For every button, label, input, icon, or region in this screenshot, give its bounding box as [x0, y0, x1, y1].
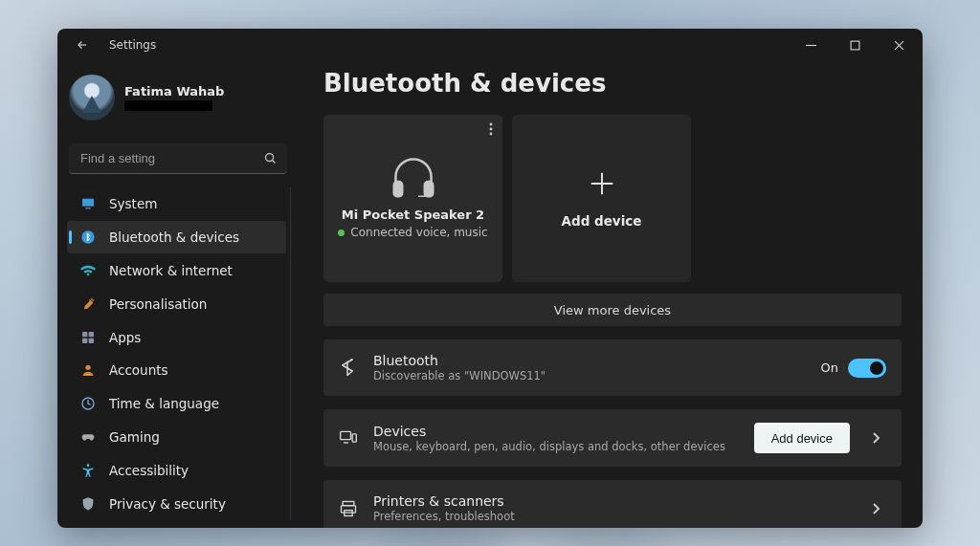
- close-button[interactable]: [877, 31, 921, 59]
- svg-rect-7: [82, 338, 87, 342]
- toggle-state-label: On: [821, 360, 838, 375]
- nav-label: Network & internet: [109, 263, 233, 278]
- nav-label: Personalisation: [109, 296, 207, 312]
- maximize-button[interactable]: [833, 31, 877, 59]
- add-device-button[interactable]: Add device: [754, 423, 850, 453]
- nav-label: Time & language: [109, 396, 219, 411]
- sidebar-item-network[interactable]: Network & internet: [67, 254, 286, 287]
- search-wrap: [69, 143, 287, 174]
- bluetooth-subtitle: Discoverable as "WINDOWS11": [373, 369, 806, 382]
- svg-rect-5: [82, 332, 87, 337]
- accessibility-icon: [80, 463, 96, 478]
- paintbrush-icon: [80, 296, 96, 312]
- gamepad-icon: [80, 429, 96, 445]
- back-arrow-icon: [76, 38, 89, 52]
- svg-rect-6: [89, 332, 94, 337]
- clock-globe-icon: [80, 396, 96, 411]
- bluetooth-toggle[interactable]: [848, 359, 886, 378]
- minimize-button[interactable]: [789, 31, 833, 59]
- svg-rect-3: [85, 207, 90, 208]
- bluetooth-icon: [339, 359, 358, 378]
- sidebar: Fatima Wahab System Bluetooth & devices: [57, 61, 297, 528]
- sidebar-item-apps[interactable]: Apps: [67, 321, 286, 354]
- wifi-icon: [80, 263, 96, 278]
- nav-label: Gaming: [109, 429, 160, 445]
- sidebar-item-system[interactable]: System: [67, 187, 286, 220]
- sidebar-item-gaming[interactable]: Gaming: [67, 421, 286, 453]
- maximize-icon: [850, 40, 860, 51]
- nav-list: System Bluetooth & devices Network & int…: [67, 187, 291, 520]
- device-card-menu-button[interactable]: [489, 122, 493, 139]
- nav-label: Accounts: [109, 362, 168, 378]
- person-icon: [80, 362, 96, 378]
- profile-name: Fatima Wahab: [124, 84, 224, 98]
- add-device-label: Add device: [562, 213, 642, 229]
- window-title: Settings: [109, 38, 156, 52]
- nav-label: Accessibility: [109, 463, 189, 478]
- nav-label: Privacy & security: [109, 496, 226, 512]
- sidebar-item-accounts[interactable]: Accounts: [67, 355, 286, 387]
- svg-rect-18: [352, 434, 356, 442]
- profile-email-redacted: [124, 100, 212, 111]
- sidebar-item-time[interactable]: Time & language: [67, 387, 286, 420]
- svg-rect-15: [393, 182, 401, 196]
- bluetooth-title: Bluetooth: [373, 353, 806, 368]
- plus-icon: [588, 169, 616, 198]
- apps-icon: [80, 330, 96, 345]
- svg-rect-0: [851, 41, 859, 50]
- settings-window: Settings Fatima Wahab: [57, 29, 923, 528]
- headphones-icon: [388, 154, 439, 200]
- device-cards-row: Mi Pocket Speaker 2 Connected voice, mus…: [323, 115, 902, 282]
- avatar: [69, 75, 115, 120]
- sidebar-item-bluetooth[interactable]: Bluetooth & devices: [67, 221, 286, 253]
- svg-point-12: [490, 123, 493, 126]
- device-status: Connected voice, music: [350, 226, 487, 239]
- sidebar-item-personalisation[interactable]: Personalisation: [67, 288, 286, 320]
- chevron-right-icon: [865, 431, 886, 445]
- sidebar-item-privacy[interactable]: Privacy & security: [67, 488, 286, 520]
- printers-subtitle: Preferences, troubleshoot: [373, 510, 850, 523]
- printer-icon: [339, 499, 358, 518]
- bluetooth-toggle-row: Bluetooth Discoverable as "WINDOWS11" On: [323, 339, 902, 396]
- devices-subtitle: Mouse, keyboard, pen, audio, displays an…: [373, 440, 739, 453]
- window-controls: [789, 31, 921, 59]
- device-name: Mi Pocket Speaker 2: [342, 207, 484, 222]
- nav-label: System: [109, 196, 157, 211]
- devices-row[interactable]: Devices Mouse, keyboard, pen, audio, dis…: [323, 409, 902, 467]
- device-status-row: Connected voice, music: [338, 226, 487, 239]
- chevron-right-icon: [865, 502, 886, 515]
- devices-icon: [339, 428, 358, 448]
- profile-block[interactable]: Fatima Wahab: [67, 69, 291, 134]
- bluetooth-icon: [80, 229, 96, 245]
- add-device-card[interactable]: Add device: [512, 115, 691, 282]
- more-bar-label: View more devices: [554, 303, 671, 317]
- close-icon: [894, 40, 904, 51]
- system-icon: [80, 196, 96, 211]
- back-button[interactable]: [69, 32, 96, 58]
- devices-title: Devices: [373, 424, 739, 439]
- view-more-devices-button[interactable]: View more devices: [323, 294, 902, 326]
- svg-point-13: [490, 128, 493, 131]
- device-card[interactable]: Mi Pocket Speaker 2 Connected voice, mus…: [323, 115, 502, 282]
- shield-icon: [80, 496, 96, 512]
- page-title: Bluetooth & devices: [323, 69, 902, 98]
- svg-point-14: [490, 133, 493, 136]
- search-input[interactable]: [69, 143, 287, 174]
- svg-rect-2: [82, 199, 94, 207]
- more-vertical-icon: [489, 122, 493, 136]
- svg-rect-8: [89, 338, 94, 342]
- printers-title: Printers & scanners: [373, 493, 850, 509]
- titlebar: Settings: [57, 29, 923, 61]
- svg-point-1: [266, 154, 274, 162]
- nav-label: Apps: [109, 330, 141, 345]
- svg-rect-20: [342, 505, 356, 513]
- status-dot-icon: [338, 229, 345, 236]
- search-icon: [263, 151, 278, 169]
- sidebar-item-accessibility[interactable]: Accessibility: [67, 454, 286, 487]
- svg-point-9: [85, 365, 90, 370]
- svg-point-11: [87, 465, 90, 468]
- printers-row[interactable]: Printers & scanners Preferences, trouble…: [323, 480, 902, 528]
- content-area: Bluetooth & devices Mi Pocket Speaker 2 …: [297, 61, 923, 528]
- svg-rect-17: [341, 431, 351, 439]
- nav-label: Bluetooth & devices: [109, 229, 239, 245]
